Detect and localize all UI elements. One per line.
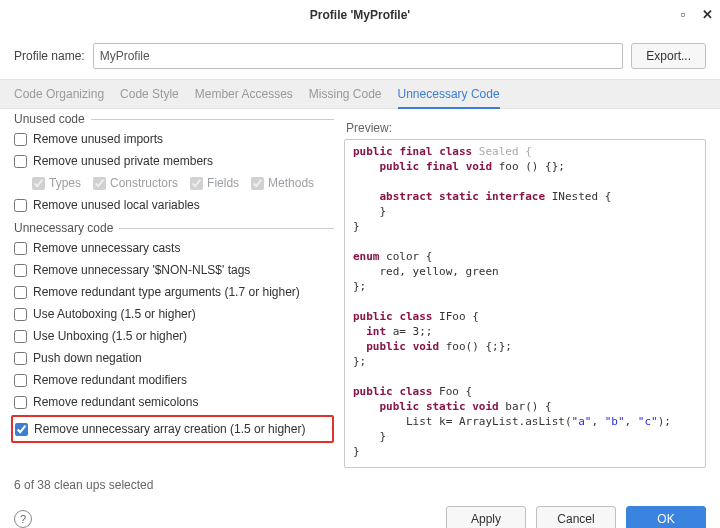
lbl-casts: Remove unnecessary casts	[33, 241, 180, 255]
tab-code-style[interactable]: Code Style	[120, 80, 179, 108]
close-icon[interactable]: ✕	[700, 8, 714, 22]
group-unnecessary-code: Unnecessary code Remove unnecessary cast…	[14, 228, 334, 443]
lbl-modifiers: Remove redundant modifiers	[33, 373, 187, 387]
help-icon[interactable]: ?	[14, 510, 32, 528]
lbl-fields: Fields	[207, 176, 239, 190]
profile-name-label: Profile name:	[14, 49, 85, 63]
lbl-semicolons: Remove redundant semicolons	[33, 395, 198, 409]
chk-constructors	[93, 177, 106, 190]
chk-type-args[interactable]	[14, 286, 27, 299]
chk-autoboxing[interactable]	[14, 308, 27, 321]
tab-unnecessary-code[interactable]: Unnecessary Code	[398, 80, 500, 108]
tab-member-accesses[interactable]: Member Accesses	[195, 80, 293, 108]
chk-array-creation[interactable]	[15, 423, 28, 436]
window-title: Profile 'MyProfile'	[310, 8, 410, 22]
tab-missing-code[interactable]: Missing Code	[309, 80, 382, 108]
chk-unboxing[interactable]	[14, 330, 27, 343]
group-unused-code: Unused code Remove unused imports Remove…	[14, 119, 334, 216]
lbl-type-args: Remove redundant type arguments (1.7 or …	[33, 285, 300, 299]
preview-label: Preview:	[346, 121, 706, 135]
highlighted-option: Remove unnecessary array creation (1.5 o…	[11, 415, 334, 443]
lbl-remove-locals: Remove unused local variables	[33, 198, 200, 212]
group-title-unused: Unused code	[14, 112, 91, 126]
export-button[interactable]: Export...	[631, 43, 706, 69]
chk-modifiers[interactable]	[14, 374, 27, 387]
chk-semicolons[interactable]	[14, 396, 27, 409]
chk-methods	[251, 177, 264, 190]
chk-types	[32, 177, 45, 190]
lbl-autoboxing: Use Autoboxing (1.5 or higher)	[33, 307, 196, 321]
tab-code-organizing[interactable]: Code Organizing	[14, 80, 104, 108]
lbl-remove-imports: Remove unused imports	[33, 132, 163, 146]
preview-pane: public final class Sealed { public final…	[344, 139, 706, 468]
chk-push-down[interactable]	[14, 352, 27, 365]
group-title-unnecessary: Unnecessary code	[14, 221, 119, 235]
lbl-constructors: Constructors	[110, 176, 178, 190]
chk-remove-imports[interactable]	[14, 133, 27, 146]
profile-name-input[interactable]	[93, 43, 624, 69]
lbl-remove-private: Remove unused private members	[33, 154, 213, 168]
chk-nonnls[interactable]	[14, 264, 27, 277]
chk-casts[interactable]	[14, 242, 27, 255]
lbl-push-down: Push down negation	[33, 351, 142, 365]
chk-remove-locals[interactable]	[14, 199, 27, 212]
maximize-icon[interactable]: ▫	[676, 8, 690, 22]
title-bar: Profile 'MyProfile' ▫ ✕	[0, 0, 720, 31]
lbl-methods: Methods	[268, 176, 314, 190]
ok-button[interactable]: OK	[626, 506, 706, 528]
lbl-nonnls: Remove unnecessary '$NON-NLS$' tags	[33, 263, 250, 277]
chk-fields	[190, 177, 203, 190]
tab-bar: Code Organizing Code Style Member Access…	[0, 79, 720, 109]
cancel-button[interactable]: Cancel	[536, 506, 616, 528]
lbl-types: Types	[49, 176, 81, 190]
status-text: 6 of 38 clean ups selected	[0, 472, 720, 498]
apply-button[interactable]: Apply	[446, 506, 526, 528]
lbl-unboxing: Use Unboxing (1.5 or higher)	[33, 329, 187, 343]
lbl-array-creation: Remove unnecessary array creation (1.5 o…	[34, 422, 305, 436]
chk-remove-private[interactable]	[14, 155, 27, 168]
